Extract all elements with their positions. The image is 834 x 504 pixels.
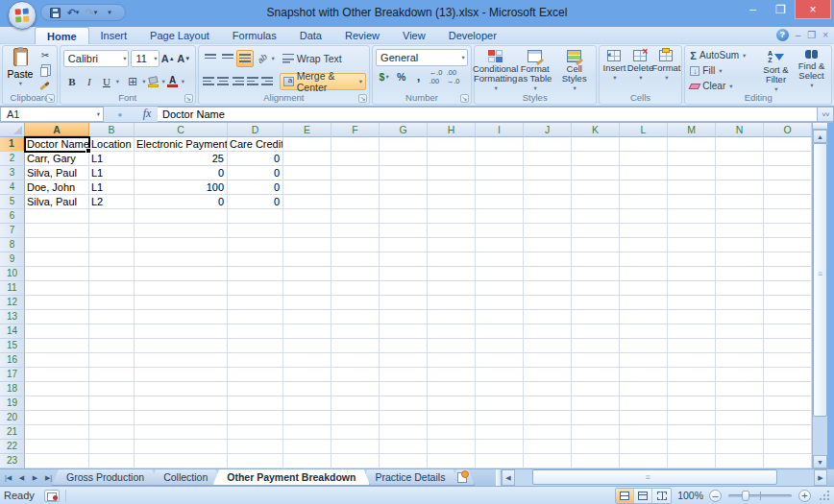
cell-J4[interactable] bbox=[524, 180, 572, 195]
cell-K21[interactable] bbox=[572, 425, 620, 440]
cell-F3[interactable] bbox=[331, 166, 380, 180]
cell-F16[interactable] bbox=[331, 353, 380, 368]
cell-O6[interactable] bbox=[764, 209, 812, 224]
cell-C14[interactable] bbox=[135, 324, 228, 339]
cell-B12[interactable] bbox=[89, 296, 135, 310]
align-bottom-button[interactable] bbox=[236, 50, 254, 67]
cell-O18[interactable] bbox=[764, 382, 812, 396]
cell-O23[interactable] bbox=[764, 454, 812, 468]
cell-C15[interactable] bbox=[135, 339, 228, 353]
cell-M2[interactable] bbox=[668, 152, 716, 166]
cell-C19[interactable] bbox=[135, 396, 228, 411]
cell-N7[interactable] bbox=[716, 224, 764, 238]
cell-G19[interactable] bbox=[380, 396, 428, 411]
cell-E10[interactable] bbox=[283, 267, 331, 281]
sheet-tab-practice-details[interactable]: Practice Details bbox=[360, 469, 459, 486]
insert-function-button[interactable]: fx bbox=[136, 107, 158, 122]
cell-A17[interactable] bbox=[25, 368, 89, 382]
format-painter-button[interactable] bbox=[37, 79, 54, 93]
cell-C18[interactable] bbox=[135, 382, 228, 396]
cell-E12[interactable] bbox=[283, 296, 331, 310]
cell-H8[interactable] bbox=[428, 238, 476, 252]
clipboard-dialog-launcher[interactable]: ↘ bbox=[46, 94, 55, 103]
cell-L21[interactable] bbox=[620, 425, 668, 440]
cell-F8[interactable] bbox=[331, 238, 380, 252]
row-header-12[interactable]: 12 bbox=[0, 296, 25, 310]
cell-E15[interactable] bbox=[283, 339, 331, 353]
cell-F17[interactable] bbox=[331, 368, 380, 382]
cell-J3[interactable] bbox=[524, 166, 572, 180]
cell-A10[interactable] bbox=[25, 267, 89, 281]
cell-I10[interactable] bbox=[476, 267, 524, 281]
conditional-formatting-button[interactable]: Conditional Formatting ▾ bbox=[476, 47, 515, 93]
ribbon-tab-data[interactable]: Data bbox=[288, 27, 333, 44]
cell-G6[interactable] bbox=[380, 209, 428, 224]
vertical-split-handle[interactable] bbox=[813, 123, 827, 130]
cell-D5[interactable]: 0 bbox=[228, 195, 283, 209]
cell-F22[interactable] bbox=[331, 440, 380, 454]
cell-M6[interactable] bbox=[668, 209, 716, 224]
cell-G7[interactable] bbox=[380, 224, 428, 238]
cell-K15[interactable] bbox=[572, 339, 620, 353]
cell-I4[interactable] bbox=[476, 180, 524, 195]
cell-L23[interactable] bbox=[620, 454, 668, 468]
column-header-I[interactable]: I bbox=[476, 123, 524, 137]
cell-A6[interactable] bbox=[25, 209, 89, 224]
cell-K7[interactable] bbox=[572, 224, 620, 238]
scroll-left-button[interactable]: ◀ bbox=[502, 469, 515, 486]
column-header-D[interactable]: D bbox=[228, 123, 283, 137]
row-header-6[interactable]: 6 bbox=[0, 209, 25, 224]
cell-H23[interactable] bbox=[428, 454, 476, 468]
cell-H3[interactable] bbox=[428, 166, 476, 180]
normal-view-button[interactable] bbox=[616, 489, 634, 503]
row-header-5[interactable]: 5 bbox=[0, 195, 25, 209]
scroll-up-button[interactable]: ▲ bbox=[813, 130, 827, 143]
cell-N4[interactable] bbox=[716, 180, 764, 195]
cell-O14[interactable] bbox=[764, 324, 812, 339]
cell-D2[interactable]: 0 bbox=[228, 152, 283, 166]
cell-H1[interactable] bbox=[428, 137, 476, 152]
cell-M20[interactable] bbox=[668, 411, 716, 425]
cell-G2[interactable] bbox=[380, 152, 428, 166]
cell-F2[interactable] bbox=[331, 152, 380, 166]
cell-F14[interactable] bbox=[331, 324, 380, 339]
cell-E22[interactable] bbox=[283, 440, 331, 454]
cell-E4[interactable] bbox=[283, 180, 331, 195]
vertical-scroll-thumb[interactable] bbox=[813, 143, 827, 417]
cell-K9[interactable] bbox=[572, 252, 620, 267]
cell-J22[interactable] bbox=[524, 440, 572, 454]
cell-A3[interactable]: Silva, Paul bbox=[25, 166, 89, 180]
column-header-J[interactable]: J bbox=[524, 123, 572, 137]
cell-J19[interactable] bbox=[524, 396, 572, 411]
column-header-K[interactable]: K bbox=[572, 123, 620, 137]
cut-button[interactable]: ✂ bbox=[37, 48, 54, 62]
cell-G8[interactable] bbox=[380, 238, 428, 252]
previous-sheet-button[interactable]: ◀ bbox=[15, 471, 28, 485]
cell-O10[interactable] bbox=[764, 267, 812, 281]
cell-F10[interactable] bbox=[331, 267, 380, 281]
cell-G14[interactable] bbox=[380, 324, 428, 339]
cell-N23[interactable] bbox=[716, 454, 764, 468]
cell-M5[interactable] bbox=[668, 195, 716, 209]
cell-L5[interactable] bbox=[620, 195, 668, 209]
underline-button[interactable]: U bbox=[98, 73, 115, 90]
row-header-11[interactable]: 11 bbox=[0, 281, 25, 296]
cell-G4[interactable] bbox=[380, 180, 428, 195]
sheet-tab-collection[interactable]: Collection bbox=[149, 469, 222, 486]
ribbon-tab-review[interactable]: Review bbox=[333, 27, 391, 44]
cell-A16[interactable] bbox=[25, 353, 89, 368]
cell-M16[interactable] bbox=[668, 353, 716, 368]
cell-D17[interactable] bbox=[228, 368, 283, 382]
fill-color-button[interactable] bbox=[145, 73, 160, 90]
cell-J16[interactable] bbox=[524, 353, 572, 368]
cell-N8[interactable] bbox=[716, 238, 764, 252]
cell-A19[interactable] bbox=[25, 396, 89, 411]
first-sheet-button[interactable]: |◀ bbox=[2, 471, 14, 485]
cell-B6[interactable] bbox=[89, 209, 135, 224]
row-header-16[interactable]: 16 bbox=[0, 353, 25, 368]
page-layout-view-button[interactable] bbox=[634, 489, 652, 503]
cell-L9[interactable] bbox=[620, 252, 668, 267]
cell-N20[interactable] bbox=[716, 411, 764, 425]
cell-L3[interactable] bbox=[620, 166, 668, 180]
cell-D10[interactable] bbox=[228, 267, 283, 281]
